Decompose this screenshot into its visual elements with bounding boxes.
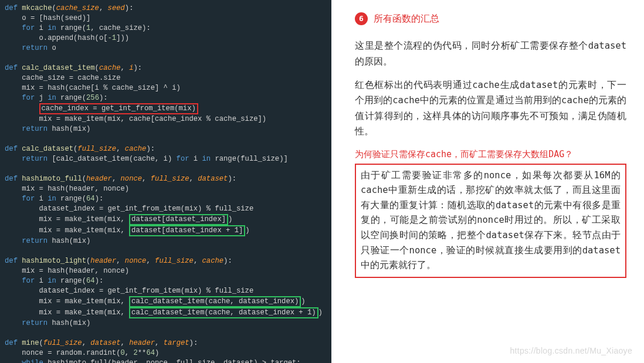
- code-line: mix = hash(cache[i % cache_size] ^ i): [5, 84, 181, 92]
- highlight-green-calc-item: calc_dataset_item(cache, dataset_index): [129, 296, 301, 307]
- fn-hashimoto-light: hashimoto_light: [18, 257, 86, 265]
- code-line: o = [hash(seed)]: [5, 14, 90, 22]
- answer-red-box: 由于矿工需要验证非常多的nonce，如果每次都要从16M的cache中重新生成的…: [355, 164, 626, 278]
- highlight-green-calc-item-plus1: calc_dataset_item(cache, dataset_index +…: [129, 307, 318, 318]
- code-line: mix = hash(header, nonce): [5, 185, 129, 193]
- watermark-text: https://blog.csdn.net/Mu_Xiaoye: [510, 344, 632, 358]
- code-line: dataset_index = get_int_from_item(mix) %…: [5, 205, 253, 213]
- question-red: 为何验证只需保存cache，而矿工需要保存大数组DAG？: [355, 147, 626, 162]
- fn-calc-dataset-item: calc_dataset_item: [18, 64, 95, 72]
- highlight-green-dataset-idx: dataset[dataset_index]: [129, 214, 228, 225]
- highlight-green-dataset-idx-plus1: dataset[dataset_index + 1]: [129, 225, 245, 236]
- fn-calc-dataset: calc_dataset: [18, 145, 73, 153]
- code-line: cache_size = cache.size: [5, 74, 120, 82]
- code-line: mix = make_item(mix, cache[cache_index %…: [5, 115, 266, 123]
- highlight-red-cache-index: cache_index = get_int_from_item(mix): [39, 103, 198, 114]
- code-line: dataset_index = get_int_from_item(mix) %…: [5, 287, 253, 295]
- kw-def: def: [5, 4, 18, 12]
- section-title-text: 所有函数的汇总: [374, 11, 439, 26]
- paragraph-redbox-explain: 红色框标出的代码表明通过cache生成dataset的元素时，下一个用到的cac…: [355, 77, 626, 139]
- section-number-badge: 6: [355, 12, 368, 25]
- fn-mine: mine: [18, 339, 39, 347]
- section-title: 6 所有函数的汇总: [355, 11, 626, 26]
- code-panel: def mkcache(cache_size, seed): o = [hash…: [0, 0, 331, 363]
- main-container: def mkcache(cache_size, seed): o = [hash…: [0, 0, 644, 363]
- code-line: mix = hash(header, nonce): [5, 267, 129, 275]
- text-panel: 6 所有函数的汇总 这里是整个流程的伪代码，同时分析矿工需要保存整个datase…: [331, 0, 644, 363]
- paragraph-intro: 这里是整个流程的伪代码，同时分析矿工需要保存整个dataset的原因。: [355, 38, 626, 69]
- fn-mkcache: mkcache: [18, 4, 52, 12]
- fn-hashimoto-full: hashimoto_full: [18, 175, 82, 183]
